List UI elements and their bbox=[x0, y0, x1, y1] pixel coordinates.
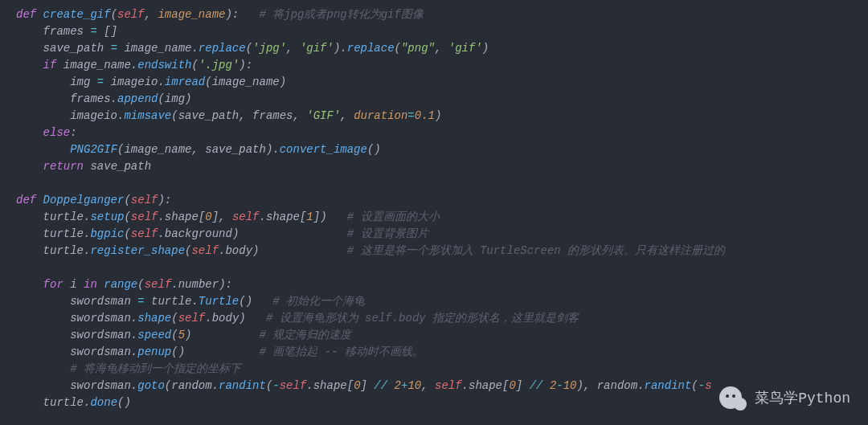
token-self: self bbox=[232, 210, 260, 223]
token-fn: shape bbox=[137, 312, 171, 325]
token-param: duration bbox=[354, 109, 407, 122]
token-cmt: # 设置海龟形状为 self.body 指定的形状名，这里就是剑客 bbox=[266, 312, 579, 325]
watermark: 菜鸟学Python bbox=[719, 386, 850, 411]
token-punc: ): bbox=[219, 278, 232, 291]
token-punc: . bbox=[260, 210, 266, 223]
token-punc: ) bbox=[239, 312, 266, 325]
token-id bbox=[542, 379, 549, 392]
token-fn: create_gif bbox=[43, 8, 111, 21]
token-id: turtle. bbox=[16, 210, 90, 223]
token-fn: mimsave bbox=[124, 109, 171, 122]
token-str: 'jpg' bbox=[252, 42, 286, 55]
token-fn: range bbox=[104, 278, 137, 291]
token-num: 2 bbox=[395, 379, 401, 392]
token-punc: . bbox=[462, 379, 469, 392]
token-punc: ( bbox=[171, 109, 178, 122]
token-fn: speed bbox=[137, 329, 171, 341]
code-line: swordsman.goto(random.randint(-self.shap… bbox=[16, 379, 712, 392]
token-id: shape bbox=[266, 210, 300, 223]
token-punc: ( bbox=[124, 210, 130, 223]
token-punc: , bbox=[145, 8, 158, 21]
token-id bbox=[16, 59, 43, 72]
token-punc: ) bbox=[435, 109, 441, 122]
token-self: self bbox=[117, 8, 145, 21]
token-id: image_name. bbox=[56, 59, 137, 72]
token-kw: def bbox=[16, 194, 43, 206]
token-num: 1 bbox=[306, 210, 313, 223]
code-line: frames = [] bbox=[16, 25, 117, 38]
token-punc: ( bbox=[165, 379, 171, 392]
token-kw: in bbox=[84, 278, 97, 291]
token-str: "png" bbox=[401, 42, 435, 55]
token-id: save_path bbox=[16, 42, 111, 55]
token-punc: () bbox=[367, 143, 381, 156]
token-fn: replace bbox=[347, 42, 395, 55]
token-op: // bbox=[374, 379, 387, 392]
token-num: 0 bbox=[205, 210, 211, 223]
token-fn: imread bbox=[165, 76, 205, 88]
token-num: 10 bbox=[407, 379, 421, 392]
token-cmt: # 设置画面的大小 bbox=[347, 210, 440, 223]
token-self: self bbox=[178, 312, 206, 325]
token-id bbox=[16, 362, 70, 375]
token-kw: def bbox=[16, 8, 43, 21]
token-param: image_name bbox=[158, 8, 225, 21]
token-punc: ). bbox=[334, 42, 347, 55]
token-cmt: # 设置背景图片 bbox=[347, 227, 428, 240]
code-line: swordsman.speed(5) # 规定海归的速度 bbox=[16, 329, 351, 341]
token-fn: setup bbox=[90, 210, 124, 223]
watermark-text: 菜鸟学Python bbox=[755, 388, 850, 410]
token-id: swordsman. bbox=[16, 345, 137, 358]
code-line: imageio.mimsave(save_path, frames, 'GIF'… bbox=[16, 109, 441, 122]
code-line: swordsman = turtle.Turtle() # 初始化一个海龟 bbox=[16, 295, 365, 308]
token-id: shape bbox=[469, 379, 502, 392]
token-punc: ( bbox=[158, 92, 164, 105]
token-cmt: # 将jpg或者png转化为gif图像 bbox=[259, 8, 423, 21]
code-line: turtle.register_shape(self.body) # 这里是将一… bbox=[16, 244, 725, 257]
token-punc: [ bbox=[347, 379, 354, 392]
token-id: save_path bbox=[205, 143, 266, 156]
token-punc: ( bbox=[171, 329, 178, 341]
token-id: shape bbox=[313, 379, 347, 392]
token-id: imageio. bbox=[16, 109, 124, 122]
code-line: swordsman.penup() # 画笔抬起 -- 移动时不画线。 bbox=[16, 345, 424, 358]
token-punc: () bbox=[117, 396, 131, 409]
token-id bbox=[387, 379, 394, 392]
token-punc: ] bbox=[361, 379, 375, 392]
token-fn: goto bbox=[137, 379, 165, 392]
token-fn: penup bbox=[137, 345, 171, 358]
code-line: else: bbox=[16, 126, 77, 139]
token-punc: ] bbox=[516, 379, 530, 392]
token-id: body bbox=[212, 312, 240, 325]
token-punc: ( bbox=[395, 42, 401, 55]
token-id: random. bbox=[171, 379, 219, 392]
token-num: 10 bbox=[563, 379, 577, 392]
token-fn: randint bbox=[645, 379, 692, 392]
token-cmt: # 将海龟移动到一个指定的坐标下 bbox=[70, 362, 241, 375]
token-punc: ( bbox=[171, 312, 178, 325]
token-fn: replace bbox=[199, 42, 246, 55]
token-kw: for bbox=[43, 278, 63, 291]
token-punc: ). bbox=[266, 143, 280, 156]
token-num: 0 bbox=[354, 379, 360, 392]
token-kw: else bbox=[43, 126, 71, 139]
wechat-icon bbox=[719, 386, 747, 411]
token-id: number bbox=[178, 278, 219, 291]
token-id bbox=[97, 278, 104, 291]
token-punc: ( bbox=[691, 379, 698, 392]
token-punc: () bbox=[239, 295, 272, 308]
code-editor[interactable]: def create_gif(self, image_name): # 将jpg… bbox=[16, 6, 868, 411]
token-punc: ], bbox=[212, 210, 232, 223]
code-line: def create_gif(self, image_name): # 将jpg… bbox=[16, 8, 424, 21]
token-id: i bbox=[63, 278, 84, 291]
code-line: turtle.bgpic(self.background) # 设置背景图片 bbox=[16, 227, 428, 240]
token-id: imageio. bbox=[104, 76, 165, 88]
code-line: PNG2GIF(image_name, save_path).convert_i… bbox=[16, 143, 381, 156]
token-punc: , bbox=[239, 109, 252, 122]
token-id: frames bbox=[16, 25, 90, 38]
token-fn: Doppelganger bbox=[43, 194, 125, 206]
token-punc: , bbox=[340, 109, 354, 122]
token-str: 'gif' bbox=[448, 42, 482, 55]
token-fn: append bbox=[117, 92, 158, 105]
token-self: self bbox=[280, 379, 307, 392]
